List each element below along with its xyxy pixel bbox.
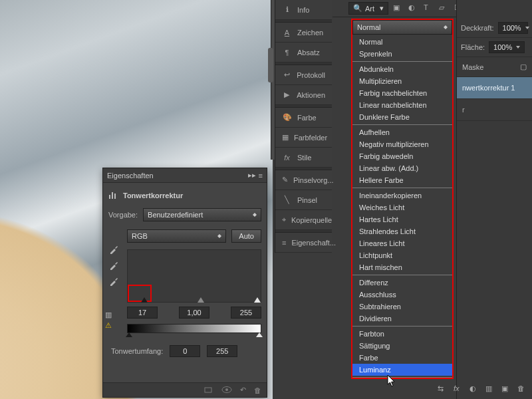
svg-rect-3	[205, 388, 211, 392]
opacity-value[interactable]: 100%	[498, 22, 528, 34]
panel-dock-handle[interactable]	[268, 48, 273, 82]
preset-select[interactable]: Benutzerdefiniert	[143, 208, 261, 221]
filter-pixel-icon[interactable]: ▣	[393, 3, 404, 14]
panel-label: Info	[297, 6, 309, 14]
link-icon[interactable]: ⇆	[438, 384, 448, 395]
blend-option[interactable]: Sättigung	[352, 340, 452, 352]
output-gradient[interactable]	[127, 324, 261, 333]
panel-item-info[interactable]: ℹInfo	[275, 0, 332, 20]
midtone-input[interactable]	[179, 307, 209, 319]
blend-option[interactable]: Aufhellen	[352, 126, 452, 138]
output-white-input[interactable]	[207, 345, 237, 357]
blend-option[interactable]: Farbig nachbelichten	[352, 87, 452, 99]
panel-item-pinsel[interactable]: ╲Pinsel	[275, 190, 332, 210]
chevron-down-icon	[516, 46, 520, 49]
eyedropper-gray-icon[interactable]	[108, 260, 119, 271]
layers-side: Deckkraft:100% Fläche:100% Maske▢ nwertk…	[456, 0, 532, 399]
panel-label: Zeichen	[297, 29, 323, 37]
trash-icon[interactable]: 🗑	[254, 386, 261, 394]
panel-dock: ℹInfo AZeichen ¶Absatz ↩Protokoll ▶Aktio…	[275, 0, 332, 253]
blend-option[interactable]: Lineares Licht	[352, 237, 452, 249]
blend-option[interactable]: Linear nachbelichten	[352, 99, 452, 111]
brush-icon: ╲	[282, 195, 292, 205]
blend-option[interactable]: Farbton	[352, 328, 452, 340]
panel-item-stile[interactable]: fxStile	[275, 148, 332, 168]
eyedropper-white-icon[interactable]	[108, 276, 119, 287]
panel-item-protokoll[interactable]: ↩Protokoll	[275, 65, 332, 85]
panel-item-eigenschaft[interactable]: ≡Eigenschaft...	[275, 233, 332, 253]
blend-option[interactable]: Hartes Licht	[352, 213, 452, 225]
blend-option[interactable]: Subtrahieren	[352, 301, 452, 313]
levels-small-icon[interactable]: ▥	[105, 311, 112, 319]
blend-option[interactable]: Multiplizieren	[352, 75, 452, 87]
fill-value[interactable]: 100%	[489, 41, 525, 53]
blend-option[interactable]: Hellere Farbe	[352, 174, 452, 186]
fx-icon[interactable]: fx	[454, 384, 464, 395]
panel-menu-icon[interactable]: ≡	[259, 172, 263, 180]
reset-icon[interactable]: ↶	[240, 386, 246, 394]
panel-item-aktionen[interactable]: ▶Aktionen	[275, 85, 332, 105]
blend-option[interactable]: Sprenkeln	[352, 48, 452, 60]
shadow-slider[interactable]	[141, 297, 148, 303]
output-black-input[interactable]	[170, 345, 200, 357]
filter-shape-icon[interactable]: ▱	[439, 3, 450, 14]
filter-adjust-icon[interactable]: ◐	[408, 3, 419, 14]
properties-panel: Eigenschaften ▸▸≡ Tonwertkorrektur Vorga…	[102, 168, 267, 398]
panel-label: Farbfelder	[294, 134, 327, 142]
blend-option[interactable]: Ineinanderkopieren	[352, 190, 452, 201]
histogram[interactable]	[127, 249, 261, 303]
shadow-input[interactable]	[127, 307, 158, 319]
color-icon: 🎨	[282, 112, 292, 122]
panel-item-absatz[interactable]: ¶Absatz	[275, 43, 332, 63]
panel-item-farbfelder[interactable]: ▦Farbfelder	[275, 128, 332, 148]
adjustment-title: Tonwertkorrektur	[108, 187, 261, 204]
panel-label: Kopierquelle	[291, 216, 332, 224]
blend-option[interactable]: Ausschluss	[352, 289, 452, 301]
blend-mode-select[interactable]: Normal	[352, 20, 452, 35]
new-layer-icon[interactable]: ▣	[501, 384, 512, 395]
blend-option[interactable]: Negativ multiplizieren	[352, 138, 452, 150]
visibility-icon[interactable]	[221, 386, 232, 395]
blend-option[interactable]: Hart mischen	[352, 261, 452, 273]
eyedropper-black-icon[interactable]	[108, 244, 119, 255]
chevron-down-icon: ▾	[380, 4, 384, 13]
channel-select[interactable]: RGB	[127, 229, 226, 243]
input-sliders[interactable]	[128, 297, 261, 303]
blend-option[interactable]: Linear abw. (Add.)	[352, 162, 452, 174]
svg-rect-0	[109, 195, 110, 199]
blend-option[interactable]: Dunklere Farbe	[352, 111, 452, 123]
highlight-slider[interactable]	[254, 297, 261, 303]
actions-icon: ▶	[282, 90, 291, 100]
blend-option[interactable]: Farbig abwedeln	[352, 150, 452, 162]
mask-header[interactable]: Maske▢	[457, 57, 532, 77]
cursor-icon	[387, 375, 396, 387]
layers-footer: ⇆ fx ◐ ▥ ▣ 🗑	[438, 384, 528, 395]
panel-item-kopierquelle[interactable]: ⌖Kopierquelle	[275, 210, 332, 230]
clip-icon[interactable]	[204, 386, 213, 395]
eyedropper-tools	[108, 244, 119, 287]
blend-option[interactable]: Weiches Licht	[352, 201, 452, 213]
blend-option[interactable]: Lichtpunkt	[352, 249, 452, 261]
panel-item-farbe[interactable]: 🎨Farbe	[275, 108, 332, 128]
trash-icon[interactable]: 🗑	[517, 384, 528, 395]
highlight-input[interactable]	[231, 307, 261, 319]
panel-item-pinselvorg[interactable]: ✎Pinselvorg...	[275, 170, 332, 190]
layer-row[interactable]: r	[457, 99, 532, 121]
panel-item-zeichen[interactable]: AZeichen	[275, 23, 332, 43]
blend-option[interactable]: Abdunkeln	[352, 63, 452, 75]
blend-option[interactable]: Dividieren	[352, 313, 452, 325]
filter-type-icon[interactable]: T	[424, 3, 434, 14]
layer-row-active[interactable]: nwertkorrektur 1	[457, 77, 532, 99]
blend-option[interactable]: Differenz	[352, 277, 452, 289]
auto-button[interactable]: Auto	[231, 229, 261, 243]
blend-option[interactable]: Luminanz	[352, 364, 452, 376]
collapse-icon[interactable]: ▸▸	[248, 171, 256, 180]
folder-icon[interactable]: ▥	[485, 384, 496, 395]
blend-option[interactable]: Strahlendes Licht	[352, 225, 452, 237]
layer-filter[interactable]: 🔍Art▾	[348, 2, 388, 15]
midtone-slider[interactable]	[198, 297, 204, 303]
mask-add-icon[interactable]: ◐	[469, 384, 480, 395]
blend-option[interactable]: Farbe	[352, 352, 452, 364]
warning-icon[interactable]: ⚠	[105, 321, 112, 330]
blend-option[interactable]: Normal	[352, 36, 452, 48]
